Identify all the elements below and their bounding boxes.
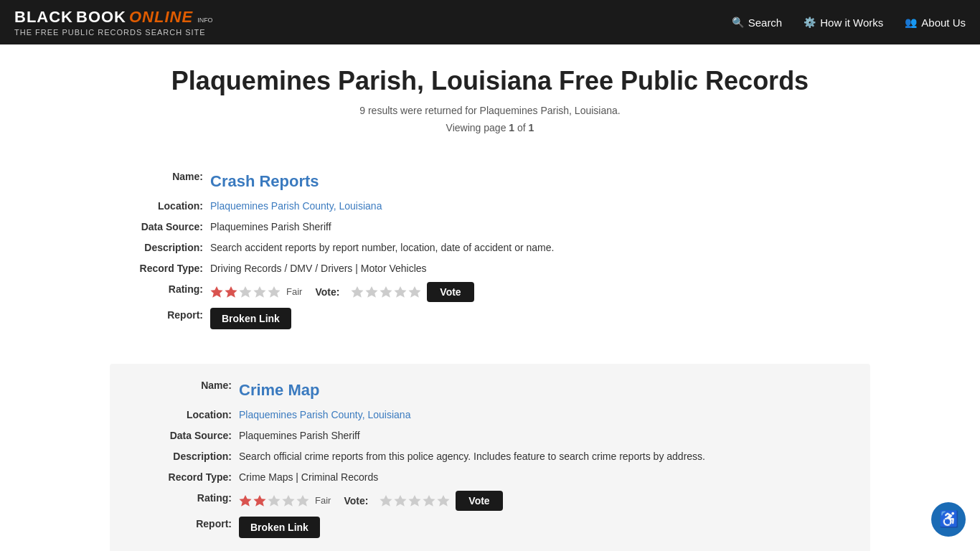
- crime-map-description-row: Description: Search official crime repor…: [138, 449, 842, 464]
- svg-marker-4: [268, 286, 280, 298]
- crash-reports-datasource: Plaquemines Parish Sheriff: [210, 220, 331, 235]
- record-location-row: Location: Plaquemines Parish County, Lou…: [110, 199, 870, 214]
- crime-map-location-row: Location: Plaquemines Parish County, Lou…: [138, 408, 842, 423]
- logo-info: INFO: [197, 17, 213, 24]
- cm-vote-star-2[interactable]: [394, 494, 407, 507]
- svg-marker-8: [395, 286, 407, 298]
- main-nav: 🔍 Search ⚙️ How it Works 👥 About Us: [732, 17, 966, 29]
- svg-marker-12: [268, 495, 280, 507]
- crime-map-record-type: Crime Maps | Criminal Records: [239, 470, 378, 485]
- vote-star-5[interactable]: [408, 286, 421, 298]
- vote-label: Vote:: [315, 285, 345, 300]
- vote-star-2[interactable]: [365, 286, 378, 298]
- crime-map-link[interactable]: Crime Map: [239, 378, 319, 402]
- paging-current: 1: [509, 122, 514, 133]
- nav-how-it-works[interactable]: ⚙️ How it Works: [804, 17, 883, 29]
- paging-separator: of: [514, 122, 528, 133]
- crime-map-type-row: Record Type: Crime Maps | Criminal Recor…: [138, 470, 842, 485]
- header: BLACK BOOK ONLINEINFO THE FREE PUBLIC RE…: [0, 0, 980, 44]
- svg-marker-16: [395, 495, 407, 507]
- svg-marker-18: [423, 495, 435, 507]
- cm-star-1: [239, 494, 252, 507]
- cm-vote-star-1[interactable]: [380, 494, 392, 507]
- svg-marker-11: [253, 495, 265, 507]
- logo-tagline: THE FREE PUBLIC RECORDS SEARCH SITE: [14, 28, 213, 37]
- cm-vote-star-5[interactable]: [437, 494, 450, 507]
- search-icon: 🔍: [732, 17, 744, 28]
- crash-reports-broken-link-button[interactable]: Broken Link: [210, 308, 291, 329]
- crash-reports-rating-label: Fair: [286, 285, 302, 299]
- vote-star-3[interactable]: [380, 286, 392, 298]
- svg-marker-3: [253, 286, 265, 298]
- page-title: Plaquemines Parish, Louisiana Free Publi…: [110, 66, 870, 96]
- svg-marker-10: [239, 495, 251, 507]
- svg-marker-7: [380, 286, 392, 298]
- rating-stars-row: Fair Vote: Vote: [210, 282, 474, 302]
- svg-marker-15: [380, 495, 392, 507]
- star-5: [268, 286, 281, 298]
- logo-black: BLACK: [14, 8, 73, 27]
- nav-search-label: Search: [748, 17, 783, 29]
- main-content: Plaquemines Parish, Louisiana Free Publi…: [95, 44, 885, 551]
- location-label: Location:: [110, 199, 210, 214]
- crime-map-report-row: Report: Broken Link: [138, 517, 842, 538]
- crime-map-vote-button[interactable]: Vote: [456, 491, 502, 511]
- cm-vote-star-4[interactable]: [423, 494, 435, 507]
- logo-online: ONLINE: [129, 8, 193, 27]
- crash-reports-record-type: Driving Records / DMV / Drivers | Motor …: [210, 261, 427, 276]
- logo-top: BLACK BOOK ONLINEINFO: [14, 8, 213, 27]
- record-datasource-row: Data Source: Plaquemines Parish Sheriff: [110, 220, 870, 235]
- crime-map-report-label: Report:: [138, 517, 239, 538]
- paging-total: 1: [529, 122, 534, 133]
- crime-map-rating-stars: [239, 494, 309, 507]
- crime-map-location-link[interactable]: Plaquemines Parish County, Louisiana: [239, 408, 410, 423]
- crime-map-rating-stars-row: Fair Vote: Vote: [239, 491, 503, 511]
- svg-marker-19: [438, 495, 450, 507]
- crime-map-vote-stars: [380, 494, 450, 507]
- vote-star-4[interactable]: [394, 286, 407, 298]
- record-card-crime-map: Name: Crime Map Location: Plaquemines Pa…: [110, 364, 870, 551]
- datasource-label: Data Source:: [110, 220, 210, 235]
- people-icon: 👥: [905, 17, 917, 28]
- svg-marker-1: [225, 286, 237, 298]
- record-rating-row: Rating: Fair Vote: Vote: [110, 282, 870, 302]
- crime-map-datasource-row: Data Source: Plaquemines Parish Sheriff: [138, 428, 842, 443]
- accessibility-icon: ♿: [939, 510, 958, 529]
- accessibility-button[interactable]: ♿: [931, 502, 966, 537]
- star-2: [225, 286, 237, 298]
- crime-map-vote-label: Vote:: [344, 494, 374, 509]
- crash-reports-description: Search accident reports by report number…: [210, 240, 554, 255]
- svg-marker-14: [296, 495, 308, 507]
- star-1: [210, 286, 223, 298]
- rating-label: Rating:: [110, 282, 210, 302]
- crime-map-name-row: Name: Crime Map: [138, 378, 842, 402]
- paging-prefix: Viewing page: [446, 122, 509, 133]
- rating-stars: [210, 286, 281, 298]
- crash-reports-link[interactable]: Crash Reports: [210, 169, 319, 193]
- crime-map-broken-link-button[interactable]: Broken Link: [239, 517, 320, 538]
- crime-map-rating-label: Rating:: [138, 491, 239, 511]
- crash-reports-location-link[interactable]: Plaquemines Parish County, Louisiana: [210, 199, 382, 214]
- star-4: [253, 286, 266, 298]
- crash-reports-vote-button[interactable]: Vote: [427, 282, 473, 302]
- nav-about-us[interactable]: 👥 About Us: [905, 17, 966, 29]
- record-type-label: Record Type:: [110, 261, 210, 276]
- svg-marker-17: [409, 495, 421, 507]
- record-card-crash-reports: Name: Crash Reports Location: Plaquemine…: [110, 155, 870, 349]
- logo-book: BOOK: [76, 8, 126, 27]
- crime-map-rating-text: Fair: [315, 494, 331, 508]
- nav-search[interactable]: 🔍 Search: [732, 17, 783, 29]
- cm-star-2: [253, 494, 266, 507]
- cm-star-3: [268, 494, 281, 507]
- crime-map-description: Search official crime reports from this …: [239, 449, 705, 464]
- svg-marker-0: [210, 286, 222, 298]
- record-report-row: Report: Broken Link: [110, 308, 870, 329]
- svg-marker-6: [366, 286, 378, 298]
- svg-marker-5: [352, 286, 364, 298]
- nav-about-us-label: About Us: [921, 17, 966, 29]
- nav-how-it-works-label: How it Works: [820, 17, 883, 29]
- crime-map-datasource: Plaquemines Parish Sheriff: [239, 428, 360, 443]
- crime-map-description-label: Description:: [138, 449, 239, 464]
- vote-star-1[interactable]: [351, 286, 364, 298]
- cm-vote-star-3[interactable]: [408, 494, 421, 507]
